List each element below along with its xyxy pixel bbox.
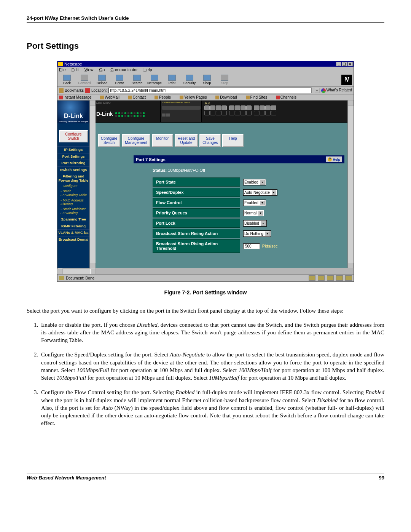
chevron-down-icon[interactable]: ▼ [271,190,276,195]
sidebar-item-mirror[interactable]: Port Mirroring [57,160,89,166]
sidebar-item-port[interactable]: Port Settings [57,153,89,160]
url-input[interactable]: http://10.5.2.241/html/Hmain.html [108,88,312,93]
shop-icon [203,75,211,81]
intro-text: Select the port you want to configure by… [27,307,384,315]
sidebar-sub-mac-filter[interactable]: MAC Address Filtering [57,198,89,207]
sidebar-h-scrollbar[interactable] [57,268,96,274]
chevron-down-icon[interactable]: ▼ [265,231,270,236]
status-icon-4[interactable] [336,275,343,281]
select-port-lock[interactable]: Disabled▼ [243,220,267,227]
print-icon [168,75,176,81]
sidebar-item-broadcast[interactable]: Broadcast Domai [57,236,89,243]
main-scrollbar[interactable] [347,101,354,268]
sidebar-item-vlan[interactable]: VLANs & MAC-ba [57,229,89,236]
status-bar: Document: Done [57,274,354,281]
bookmarks-label[interactable]: Bookmarks [65,88,84,93]
personal-findsites[interactable]: Find Sites [246,95,271,99]
nav-configure-switch[interactable]: ConfigureSwitch [98,134,120,147]
status-icon-5[interactable] [345,275,352,281]
minimize-icon[interactable]: _ [336,62,341,66]
personal-download[interactable]: Download [215,95,241,99]
menu-go[interactable]: Go [99,67,105,72]
sidebar-scrollbar[interactable] [89,101,96,268]
menu-bar[interactable]: File Edit View Go Communicator Help [57,67,354,73]
personal-instant[interactable]: Instant Message [59,95,95,99]
nav-save[interactable]: SaveChanges [199,134,221,147]
sidebar-item-igmp[interactable]: IGMP Filtering [57,223,89,229]
status-icon-3[interactable] [327,275,334,281]
sidebar-item-filter[interactable]: Filtering and Forwarding Table [57,173,89,184]
toolbar: Back Forward Reload Home Search Netscape… [57,73,354,87]
sidebar-configure-switch[interactable]: Configure Switch [59,130,88,142]
chevron-down-icon[interactable]: ▼ [258,211,263,216]
personal-webmail[interactable]: WebMail [100,95,123,99]
label-port-lock: Port Lock [153,219,240,228]
unit-pkts: Pkts/sec [262,244,278,248]
sidebar-sub-static-mc[interactable]: Static Multicast Forwarding [57,207,89,216]
select-storm-action[interactable]: Do Nothing▼ [243,230,271,237]
home-button[interactable]: Home [111,74,128,86]
maximize-icon[interactable]: ❐ [342,62,347,66]
scroll-down-icon[interactable] [348,263,354,268]
status-icon-1[interactable] [309,275,315,281]
whats-related-icon [321,88,326,93]
scroll-down-icon[interactable] [90,263,96,268]
url-dropdown-icon[interactable]: ▼ [315,88,320,93]
reload-button[interactable]: Reload [93,74,111,86]
scroll-right-icon[interactable] [90,268,96,274]
menu-view[interactable]: View [84,67,94,72]
personal-people[interactable]: People [155,95,175,99]
security-button[interactable]: Security [181,74,198,86]
nav-configure-mgmt[interactable]: ConfigureManagement [122,134,150,147]
menu-edit[interactable]: Edit [72,67,79,72]
print-button[interactable]: Print [163,74,181,86]
device-front-panel[interactable]: DES-3225G D-Link 10/100 Fast Ethernet Sw… [96,101,347,123]
netscape-nav-icon [151,75,158,81]
select-flow-control[interactable]: Enabled▼ [243,200,266,206]
personal-contact[interactable]: Contact [128,95,150,99]
device-ports[interactable]: Slot1 [202,101,347,122]
sidebar-item-switch[interactable]: Switch Settings [57,166,89,173]
window-controls[interactable]: _❐✕ [336,62,353,66]
sidebar-sub-configure[interactable]: Configure [57,184,89,189]
panel-help-button[interactable]: ?Help [326,157,342,162]
back-button[interactable]: Back [58,74,76,86]
figure-caption: Figure 7-2. Port Settings window [27,289,384,296]
menu-file[interactable]: File [59,67,66,72]
input-storm-threshold[interactable]: 500 [243,243,260,249]
whats-related[interactable]: What's Related [321,88,352,93]
close-icon[interactable]: ✕ [347,62,353,66]
sidebar-item-ip[interactable]: IP Settings [57,146,89,153]
scroll-up-icon[interactable] [348,101,354,106]
scroll-up-icon[interactable] [90,101,96,106]
step-1: Enable or disable the port. If you choos… [40,321,384,344]
menu-communicator[interactable]: Communicator [110,67,138,72]
personal-channels[interactable]: Channels [276,95,300,99]
shop-button[interactable]: Shop [198,74,216,86]
chevron-down-icon[interactable]: ▼ [260,200,265,205]
status-icon-2[interactable] [318,275,325,281]
nav-help[interactable]: Help [222,134,244,147]
menu-help[interactable]: Help [143,67,152,72]
netscape-icon [58,62,63,66]
search-button[interactable]: Search [128,74,146,86]
chevron-down-icon[interactable]: ▼ [261,221,266,226]
location-icon [85,88,90,93]
status-lock-icon [59,276,64,280]
location-label: Location: [91,88,107,93]
bookmarks-icon[interactable] [59,88,64,93]
row-flow-control: Flow Control Enabled▼ [153,198,341,207]
download-icon [215,96,219,99]
nav-monitor[interactable]: Monitor [152,134,173,147]
scroll-left-icon[interactable] [57,268,63,274]
sidebar-item-spanning[interactable]: Spanning Tree [57,216,89,222]
personal-yellow[interactable]: Yellow Pages [180,95,211,99]
netscape-button[interactable]: Netscape [146,74,163,86]
chevron-down-icon[interactable]: ▼ [260,180,265,185]
select-priority[interactable]: Normal▼ [243,210,264,216]
select-port-state[interactable]: Enabled▼ [243,179,266,185]
nav-reset[interactable]: Reset andUpdate [175,134,198,147]
select-speed-duplex[interactable]: Auto-Negotiate▼ [243,189,277,196]
back-icon [63,75,71,81]
sidebar-sub-static-fwd[interactable]: Static Forwarding Table [57,189,89,198]
